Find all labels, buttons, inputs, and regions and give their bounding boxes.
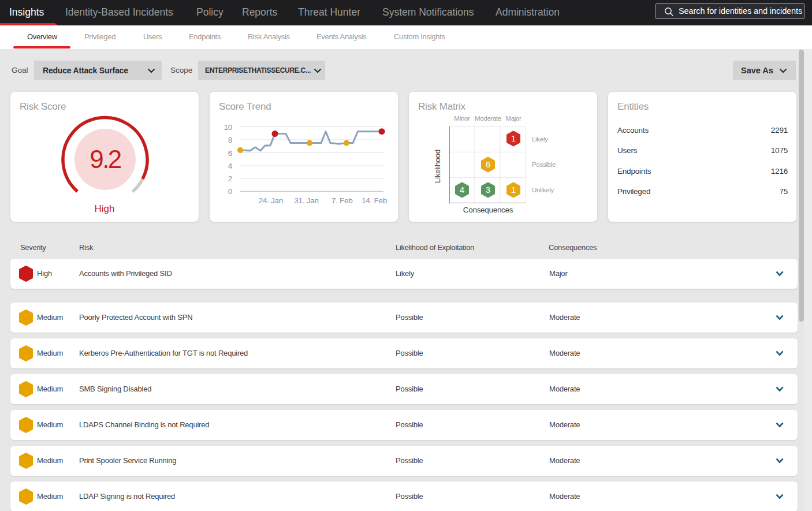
svg-text:High: High bbox=[95, 203, 115, 214]
svg-text:9.2: 9.2 bbox=[90, 145, 121, 173]
svg-text:Unlikely: Unlikely bbox=[532, 187, 554, 193]
svg-text:10: 10 bbox=[224, 123, 232, 132]
svg-text:2: 2 bbox=[228, 174, 232, 183]
svg-text:Likely: Likely bbox=[532, 136, 548, 143]
svg-text:7. Feb: 7. Feb bbox=[331, 196, 352, 205]
svg-text:8: 8 bbox=[228, 136, 232, 144]
svg-text:Consequences: Consequences bbox=[463, 206, 513, 214]
svg-text:Major: Major bbox=[505, 115, 522, 122]
svg-text:1: 1 bbox=[511, 133, 516, 143]
svg-text:Possible: Possible bbox=[532, 161, 556, 168]
svg-text:Likelihood: Likelihood bbox=[433, 150, 442, 183]
svg-text:6: 6 bbox=[486, 159, 490, 169]
svg-text:6: 6 bbox=[228, 149, 232, 158]
svg-text:3: 3 bbox=[486, 185, 490, 195]
svg-text:1: 1 bbox=[511, 185, 516, 195]
svg-text:4: 4 bbox=[228, 162, 233, 170]
svg-text:Minor: Minor bbox=[454, 115, 470, 122]
svg-text:Moderate: Moderate bbox=[475, 115, 501, 122]
svg-text:4: 4 bbox=[460, 185, 464, 195]
svg-text:31. Jan: 31. Jan bbox=[294, 196, 318, 205]
svg-text:24. Jan: 24. Jan bbox=[259, 196, 283, 205]
svg-text:0: 0 bbox=[228, 187, 232, 196]
svg-text:14. Feb: 14. Feb bbox=[362, 196, 387, 205]
